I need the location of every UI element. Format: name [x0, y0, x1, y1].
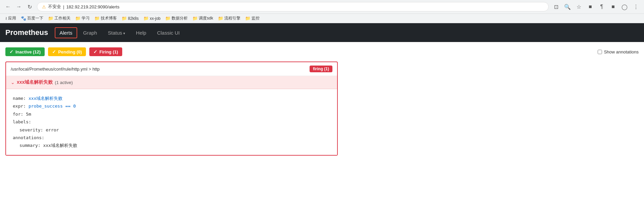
filter-inactive-button[interactable]: ✓ Inactive (12) — [5, 47, 45, 56]
folder-icon-82k8s: 📁 — [122, 16, 127, 21]
menu-icon[interactable]: ⋮ — [631, 2, 641, 11]
url-separator: | — [63, 4, 64, 9]
detail-severity-value: severity: error — [19, 127, 59, 132]
folder-icon-schedule-sdk: 📁 — [192, 16, 198, 21]
alert-group-path: /usr/local/Prometheus/conf/rule/http.yml… — [11, 67, 100, 72]
address-bar[interactable]: ⚠ 不安全 | 182.92.219.202:9090/alerts — [37, 2, 549, 11]
browser-toolbar-icons: ⊡ 🔍 ☆ ■ ¶ ■ ◯ ⋮ — [551, 2, 641, 11]
nav-link-classic-ui[interactable]: Classic UI — [152, 27, 185, 38]
folder-icon-workflow: 📁 — [218, 16, 223, 21]
bookmark-baidu-label: 百度一下 — [27, 15, 43, 21]
bookmark-icon[interactable]: ☆ — [574, 2, 584, 11]
bookmark-apps[interactable]: ≀ 应用 — [3, 15, 18, 22]
browser-chrome: ← → ↻ ⚠ 不安全 | 182.92.219.202:9090/alerts… — [0, 0, 644, 14]
bookmark-82k8s[interactable]: 📁 82k8s — [120, 15, 141, 22]
bookmark-workflow-label: 流程引擎 — [224, 15, 240, 21]
bookmark-apps-label: 应用 — [8, 15, 16, 21]
main-content: ✓ Inactive (12) ✓ Pending (0) ✓ Firing (… — [0, 42, 644, 201]
extension2-icon[interactable]: ¶ — [597, 2, 606, 11]
bookmark-baidu[interactable]: 🐾 百度一下 — [19, 15, 45, 22]
folder-icon-data-analysis: 📁 — [165, 16, 171, 21]
firing-check-icon: ✓ — [93, 49, 97, 54]
detail-severity-row: severity: error — [13, 126, 330, 134]
back-button[interactable]: ← — [3, 2, 13, 11]
detail-annotations-label: annotations: — [13, 135, 44, 140]
prometheus-navbar: Prometheus Alerts Graph Status Help Clas… — [0, 23, 644, 42]
show-annotations-checkbox[interactable] — [598, 50, 602, 54]
nav-links: Alerts Graph Status Help Classic UI — [55, 27, 184, 38]
detail-name-value[interactable]: xxx域名解析失败 — [29, 96, 62, 101]
apps-grid-icon: ≀ — [5, 16, 7, 21]
nav-link-alerts[interactable]: Alerts — [55, 27, 77, 38]
firing-badge: firing (1) — [310, 66, 332, 72]
detail-name-label: name: — [13, 96, 26, 101]
folder-icon-xxjob: 📁 — [143, 16, 149, 21]
show-annotations-label: Show annotations — [604, 49, 639, 54]
detail-labels-label: labels: — [13, 119, 31, 124]
folder-icon-work: 📁 — [48, 16, 53, 21]
baidu-icon: 🐾 — [21, 16, 26, 21]
bookmark-techblog-label: 技术博客 — [101, 15, 117, 21]
detail-summary-value: summary: xxx域名解析失败 — [19, 143, 77, 148]
alert-row[interactable]: ⌄ xxx域名解析失败 (1 active) — [6, 76, 337, 89]
detail-summary-row: summary: xxx域名解析失败 — [13, 142, 330, 149]
bookmark-82k8s-label: 82k8s — [128, 16, 139, 21]
forward-button[interactable]: → — [14, 2, 24, 11]
firing-label: Firing (1) — [99, 49, 118, 54]
detail-for-row: for: 5m — [13, 110, 330, 118]
nav-link-help[interactable]: Help — [131, 27, 151, 38]
bookmark-work-label: 工作相关 — [54, 15, 71, 21]
alert-active-count: (1 active) — [55, 80, 73, 85]
detail-expr-value[interactable]: probe_success == 0 — [29, 104, 76, 109]
show-annotations-container: Show annotations — [598, 49, 639, 54]
inactive-check-icon: ✓ — [9, 49, 13, 54]
extension1-icon[interactable]: ■ — [586, 2, 595, 11]
bookmark-techblog[interactable]: 📁 技术博客 — [92, 15, 119, 22]
chevron-down-icon[interactable]: ⌄ — [11, 80, 15, 85]
translate-icon[interactable]: ⊡ — [551, 2, 561, 11]
pending-label: Pending (0) — [58, 49, 82, 54]
detail-for-value: 5m — [26, 112, 31, 117]
reload-button[interactable]: ↻ — [25, 2, 34, 11]
bookmarks-bar: ≀ 应用 🐾 百度一下 📁 工作相关 📁 学习 📁 技术博客 📁 82k8s 📁… — [0, 14, 644, 23]
filter-bar: ✓ Inactive (12) ✓ Pending (0) ✓ Firing (… — [5, 47, 639, 56]
detail-for-label: for: — [13, 112, 23, 117]
detail-expr-row: expr: probe_success == 0 — [13, 102, 330, 110]
nav-link-status[interactable]: Status — [103, 27, 130, 38]
folder-icon-study: 📁 — [75, 16, 81, 21]
detail-labels-row: labels: — [13, 118, 330, 126]
folder-icon-techblog: 📁 — [94, 16, 100, 21]
bookmark-monitor[interactable]: 📁 监控 — [243, 15, 262, 22]
nav-link-graph[interactable]: Graph — [79, 27, 102, 38]
bookmark-xxjob[interactable]: 📁 xx-job — [141, 15, 163, 22]
browser-nav-buttons: ← → ↻ — [3, 2, 34, 11]
search-icon[interactable]: 🔍 — [563, 2, 572, 11]
alert-name: xxx域名解析失败 — [17, 79, 53, 85]
url-text: 182.92.219.202:9090/alerts — [66, 4, 119, 9]
alert-group: /usr/local/Prometheus/conf/rule/http.yml… — [5, 62, 338, 156]
profile-icon[interactable]: ◯ — [620, 2, 629, 11]
alert-detail: name: xxx域名解析失败 expr: probe_success == 0… — [6, 89, 337, 155]
bookmark-data-analysis[interactable]: 📁 数据分析 — [163, 15, 190, 22]
bookmark-data-analysis-label: 数据分析 — [172, 15, 188, 21]
filter-pending-button[interactable]: ✓ Pending (0) — [48, 47, 86, 56]
detail-annotations-row: annotations: — [13, 134, 330, 142]
bookmark-monitor-label: 监控 — [251, 15, 260, 21]
extensions-icon[interactable]: ■ — [608, 2, 618, 11]
bookmark-study-label: 学习 — [82, 15, 90, 21]
bookmark-work[interactable]: 📁 工作相关 — [46, 15, 73, 22]
bookmark-workflow[interactable]: 📁 流程引擎 — [216, 15, 242, 22]
inactive-label: Inactive (12) — [15, 49, 41, 54]
bookmark-study[interactable]: 📁 学习 — [73, 15, 92, 22]
bookmark-xxjob-label: xx-job — [150, 16, 160, 21]
filter-firing-button[interactable]: ✓ Firing (1) — [89, 47, 122, 56]
alert-group-header: /usr/local/Prometheus/conf/rule/http.yml… — [6, 62, 337, 76]
prometheus-brand: Prometheus — [5, 28, 48, 37]
security-warning-icon: ⚠ — [42, 4, 46, 9]
detail-name-row: name: xxx域名解析失败 — [13, 94, 330, 102]
folder-icon-monitor: 📁 — [245, 16, 250, 21]
bookmark-schedule-sdk-label: 调度sdk — [199, 15, 213, 21]
pending-check-icon: ✓ — [52, 49, 56, 54]
bookmark-schedule-sdk[interactable]: 📁 调度sdk — [190, 15, 215, 22]
detail-expr-label: expr: — [13, 104, 26, 109]
